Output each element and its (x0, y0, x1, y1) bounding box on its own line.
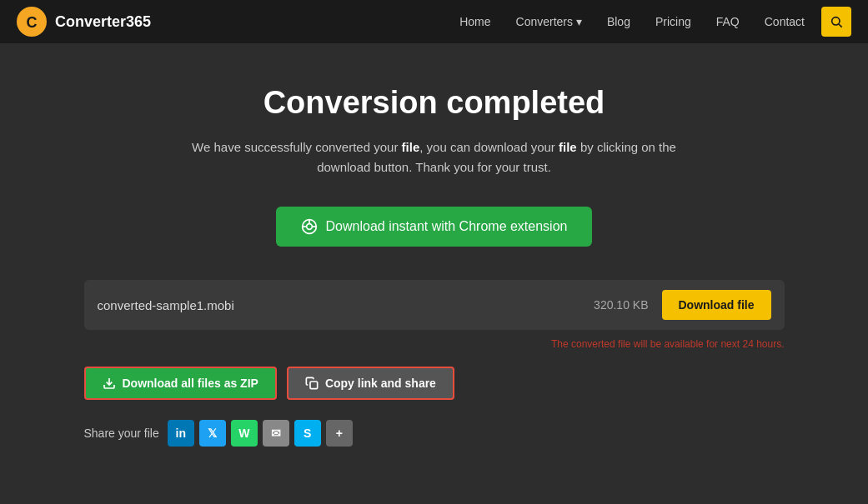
availability-note: The converted file will be available for… (84, 338, 785, 350)
logo-icon: C (17, 7, 47, 37)
copy-btn-label: Copy link and share (325, 377, 436, 390)
file-row: converted-sample1.mobi 320.10 KB Downloa… (84, 280, 785, 330)
svg-rect-10 (310, 382, 318, 389)
page-title: Conversion completed (263, 85, 605, 121)
zip-btn-label: Download all files as ZIP (123, 377, 258, 390)
logo-text: Converter365 (55, 13, 151, 31)
logo-area: C Converter365 (17, 7, 449, 37)
social-icons: in 𝕏 W ✉ S + (168, 420, 353, 447)
svg-text:C: C (27, 14, 38, 31)
main-content: Conversion completed We have successfull… (0, 43, 868, 472)
copy-link-button[interactable]: Copy link and share (287, 367, 454, 400)
file-size: 320.10 KB (574, 298, 649, 312)
svg-point-5 (306, 224, 312, 230)
nav-faq[interactable]: FAQ (706, 10, 750, 33)
linkedin-share-button[interactable]: in (168, 420, 194, 447)
copy-icon (305, 377, 319, 390)
nav-home[interactable]: Home (449, 10, 500, 33)
download-file-button[interactable]: Download file (662, 290, 771, 320)
more-share-button[interactable]: + (326, 420, 353, 447)
navbar: C Converter365 Home Converters ▾ Blog Pr… (0, 0, 868, 43)
nav-pricing[interactable]: Pricing (645, 10, 701, 33)
share-label: Share your file (84, 427, 159, 440)
email-share-button[interactable]: ✉ (263, 420, 289, 447)
nav-contact[interactable]: Contact (755, 10, 815, 33)
chrome-icon (301, 218, 318, 235)
whatsapp-share-button[interactable]: W (231, 420, 258, 447)
twitter-share-button[interactable]: 𝕏 (199, 420, 226, 447)
nav-blog[interactable]: Blog (597, 10, 640, 33)
file-name: converted-sample1.mobi (98, 298, 560, 312)
svg-point-2 (832, 17, 840, 25)
action-row: Download all files as ZIP Copy link and … (84, 367, 785, 400)
svg-line-3 (839, 24, 842, 27)
chrome-extension-button[interactable]: Download instant with Chrome extension (276, 207, 593, 247)
subtitle: We have successfully converted your file… (192, 137, 676, 177)
skype-share-button[interactable]: S (294, 420, 321, 447)
nav-converters[interactable]: Converters ▾ (506, 10, 592, 33)
chrome-btn-label: Download instant with Chrome extension (326, 219, 568, 234)
download-zip-button[interactable]: Download all files as ZIP (84, 367, 277, 400)
download-icon (103, 377, 116, 390)
nav-links: Home Converters ▾ Blog Pricing FAQ Conta… (449, 10, 815, 33)
search-button[interactable] (821, 7, 851, 37)
share-row: Share your file in 𝕏 W ✉ S + (84, 420, 785, 447)
search-icon (830, 15, 843, 28)
